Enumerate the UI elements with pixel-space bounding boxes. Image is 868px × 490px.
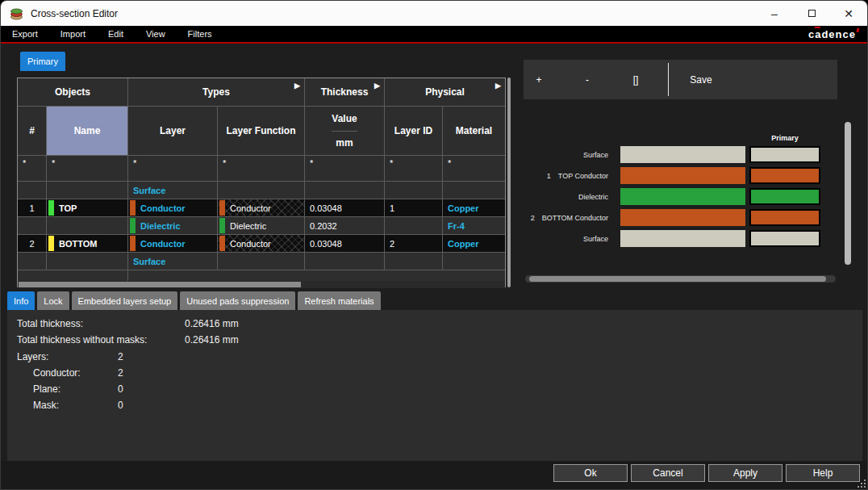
cell-num[interactable] xyxy=(18,253,46,270)
tab-primary[interactable]: Primary xyxy=(20,52,65,71)
cell-value[interactable] xyxy=(305,253,384,270)
help-button[interactable]: Help xyxy=(786,464,860,482)
stack-bar-primary[interactable] xyxy=(749,146,820,163)
column-header-layer-id[interactable]: Layer ID xyxy=(385,107,442,155)
cross-section-grid: ObjectsTypes▶Thickness▶Physical▶#NameLay… xyxy=(18,78,505,281)
cell-name[interactable]: TOP xyxy=(47,199,127,216)
stack-bar[interactable] xyxy=(620,209,745,226)
resize-grip[interactable] xyxy=(856,480,866,488)
tab-lock[interactable]: Lock xyxy=(37,291,69,310)
tab-refresh-materials[interactable]: Refresh materials xyxy=(298,291,380,310)
cell-name[interactable] xyxy=(47,182,127,199)
column-header-name[interactable]: Name xyxy=(47,107,127,155)
filter-cell[interactable]: * xyxy=(47,156,127,181)
stack-hscroll-thumb[interactable] xyxy=(529,276,826,282)
cell-layer[interactable]: Surface xyxy=(128,182,217,199)
cell-name[interactable] xyxy=(47,217,127,234)
filter-cell[interactable]: * xyxy=(443,156,505,181)
cell-layer[interactable]: Conductor xyxy=(128,199,217,216)
tab-info[interactable]: Info xyxy=(7,291,35,310)
expand-arrow-icon[interactable]: ▶ xyxy=(294,82,300,90)
table-vertical-scrollbar[interactable] xyxy=(507,77,511,287)
cell-num[interactable]: 2 xyxy=(18,235,46,252)
cell-material[interactable]: Copper xyxy=(443,235,505,252)
apply-button[interactable]: Apply xyxy=(708,464,782,482)
add-button[interactable]: + xyxy=(530,60,548,99)
cell-material[interactable] xyxy=(443,253,505,270)
cell-layer-function[interactable] xyxy=(218,253,304,270)
cell-layer-id[interactable] xyxy=(385,182,442,199)
stack-bar[interactable] xyxy=(620,188,745,205)
cell-material[interactable]: Fr-4 xyxy=(443,217,505,234)
remove-button[interactable]: - xyxy=(578,60,596,99)
stack-row: 1TOP Conductor xyxy=(524,167,837,184)
column-group-thickness[interactable]: Thickness▶ xyxy=(305,78,384,106)
column-group-types[interactable]: Types▶ xyxy=(128,78,304,106)
cancel-button[interactable]: Cancel xyxy=(631,464,705,482)
maximize-button[interactable] xyxy=(793,1,830,26)
cell-num[interactable] xyxy=(18,182,46,199)
brackets-button[interactable]: [] xyxy=(625,60,646,99)
menu-view[interactable]: View xyxy=(135,26,177,42)
cell-text: Surface xyxy=(128,186,165,195)
cell-layer-function[interactable]: Conductor xyxy=(218,199,304,216)
stack-bar[interactable] xyxy=(620,167,745,184)
menu-export[interactable]: Export xyxy=(1,26,49,42)
column-header-layer[interactable]: Layer xyxy=(128,107,217,155)
column-header-value[interactable]: Valuemm xyxy=(305,107,384,155)
tab-embedded-layers-setup[interactable]: Embedded layers setup xyxy=(72,291,178,310)
tab-unused-pads-suppression[interactable]: Unused pads suppression xyxy=(180,291,295,310)
cell-material[interactable] xyxy=(443,182,505,199)
menu-edit[interactable]: Edit xyxy=(97,26,135,42)
column-group-objects[interactable]: Objects xyxy=(18,78,127,106)
column-header-layer-function[interactable]: Layer Function xyxy=(218,107,304,155)
cell-layer-id[interactable]: 1 xyxy=(385,199,442,216)
cell-layer-function[interactable]: Conductor xyxy=(218,235,304,252)
expand-arrow-icon[interactable]: ▶ xyxy=(374,82,380,90)
column-header-material[interactable]: Material xyxy=(443,107,505,155)
column-group-physical[interactable]: Physical▶ xyxy=(385,78,505,106)
stack-bar[interactable] xyxy=(620,230,745,247)
cell-layer[interactable]: Conductor xyxy=(128,235,217,252)
stack-horizontal-scrollbar[interactable] xyxy=(525,275,836,283)
expand-arrow-icon[interactable]: ▶ xyxy=(495,82,501,90)
cell-name[interactable]: BOTTOM xyxy=(47,235,127,252)
cell-layer-function[interactable]: Dielectric xyxy=(218,217,304,234)
cell-num[interactable] xyxy=(18,217,46,234)
cell-value[interactable]: 0.03048 xyxy=(305,235,384,252)
menu-import[interactable]: Import xyxy=(49,26,97,42)
ok-button[interactable]: Ok xyxy=(553,464,628,482)
filter-cell[interactable]: * xyxy=(218,156,304,181)
close-button[interactable]: ✕ xyxy=(830,1,867,26)
cell-layer-id[interactable] xyxy=(385,217,442,234)
table-horizontal-scrollbar[interactable] xyxy=(18,281,505,288)
stack-vertical-scrollbar[interactable] xyxy=(845,122,851,265)
stack-bar-primary[interactable] xyxy=(749,230,820,247)
save-button[interactable]: Save xyxy=(683,60,719,99)
cell-value[interactable] xyxy=(305,182,384,199)
cell-name[interactable] xyxy=(47,253,127,270)
stack-bar-primary[interactable] xyxy=(749,188,820,205)
stack-bar[interactable] xyxy=(620,146,745,163)
cell-value[interactable]: 0.03048 xyxy=(305,199,384,216)
cell-layer[interactable]: Dielectric xyxy=(128,217,217,234)
cell-material[interactable]: Copper xyxy=(443,199,505,216)
filter-cell[interactable]: * xyxy=(385,156,442,181)
cell-layer-function[interactable] xyxy=(218,182,304,199)
cell-layer-id[interactable]: 2 xyxy=(385,235,442,252)
cell-value[interactable]: 0.2032 xyxy=(305,217,384,234)
filter-cell[interactable]: * xyxy=(305,156,384,181)
cell-num[interactable]: 1 xyxy=(18,199,46,216)
stack-bar-primary[interactable] xyxy=(749,209,820,226)
table-hscroll-thumb[interactable] xyxy=(19,282,301,287)
cell-layer-id[interactable] xyxy=(385,253,442,270)
filter-cell[interactable]: * xyxy=(128,156,217,181)
cell-text: Conductor xyxy=(230,203,271,213)
filter-cell[interactable]: * xyxy=(18,156,46,181)
menu-filters[interactable]: Filters xyxy=(177,26,223,42)
column-header-num[interactable]: # xyxy=(18,107,46,155)
stack-bar-primary[interactable] xyxy=(749,167,820,184)
minimize-button[interactable]: – xyxy=(756,1,793,26)
info-label: Plane: xyxy=(33,383,61,395)
cell-layer[interactable]: Surface xyxy=(128,253,217,270)
